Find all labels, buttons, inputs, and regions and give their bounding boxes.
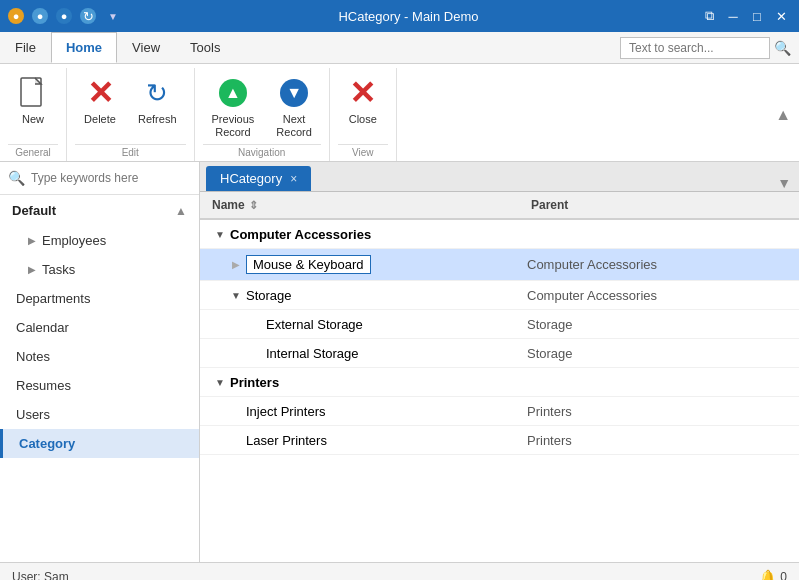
row-name[interactable]: Storage — [246, 288, 292, 303]
previous-record-icon: ▲ — [217, 77, 249, 109]
sidebar-item-tasks-label: Tasks — [42, 262, 75, 277]
maximize-button[interactable]: □ — [747, 6, 767, 26]
ribbon-view-label: View — [338, 144, 388, 161]
delete-button[interactable]: ✕ Delete — [75, 72, 125, 131]
close-window-button[interactable]: ✕ — [771, 6, 791, 26]
tab-close-button[interactable]: × — [290, 172, 297, 186]
row-parent: Printers — [527, 433, 572, 448]
row-parent-cell: Computer Accessories — [519, 282, 799, 309]
refresh-icon: ↻ — [141, 77, 173, 109]
titlebar: ● ● ● ↻ ▼ HCategory - Main Demo ⧉ ─ □ ✕ — [0, 0, 799, 32]
data-table: Name ⇕ Parent ▼ Computer Accessories — [200, 192, 799, 562]
search-input[interactable] — [620, 37, 770, 59]
sidebar-item-resumes[interactable]: Resumes — [0, 371, 199, 400]
menu-file[interactable]: File — [0, 32, 51, 63]
sidebar-item-calendar-label: Calendar — [16, 320, 69, 335]
ribbon-edit-label: Edit — [75, 144, 186, 161]
sidebar-search-input[interactable] — [31, 171, 191, 185]
sidebar-item-tasks[interactable]: ▶ Tasks — [0, 255, 199, 284]
row-name[interactable]: External Storage — [266, 317, 363, 332]
table-row[interactable]: ▶ Inject Printers Printers — [200, 397, 799, 426]
restore-button[interactable]: ⧉ — [699, 6, 719, 26]
main-area: 🔍 Default ▲ ▶ Employees ▶ Tasks Departme… — [0, 162, 799, 562]
search-icon[interactable]: 🔍 — [774, 40, 791, 56]
new-icon — [17, 77, 49, 109]
row-name[interactable]: Mouse & Keyboard — [246, 255, 371, 274]
table-row[interactable]: ▼ Printers — [200, 368, 799, 397]
next-record-icon: ▼ — [278, 77, 310, 109]
sidebar-item-category[interactable]: Category — [0, 429, 199, 458]
row-parent-cell: Printers — [519, 398, 799, 425]
row-parent-cell — [519, 376, 799, 388]
next-record-label: NextRecord — [276, 113, 311, 139]
ribbon-general-label: General — [8, 144, 58, 161]
row-name[interactable]: Computer Accessories — [230, 227, 371, 242]
row-parent-cell: Printers — [519, 427, 799, 454]
content-collapse-icon[interactable]: ▼ — [777, 175, 791, 191]
row-toggle-icon[interactable]: ▶ — [228, 257, 244, 273]
row-toggle-icon[interactable]: ▼ — [212, 374, 228, 390]
table-row[interactable]: ▶ Laser Printers Printers — [200, 426, 799, 455]
close-icon: ✕ — [347, 77, 379, 109]
sidebar-search-icon: 🔍 — [8, 170, 25, 186]
employees-expand-icon: ▶ — [28, 235, 36, 246]
menu-tools[interactable]: Tools — [175, 32, 235, 63]
sidebar-item-users[interactable]: Users — [0, 400, 199, 429]
table-row[interactable]: ▼ Computer Accessories — [200, 220, 799, 249]
row-name[interactable]: Laser Printers — [246, 433, 327, 448]
bell-icon[interactable]: 🔔 — [759, 569, 776, 580]
table-row[interactable]: ▶ External Storage Storage — [200, 310, 799, 339]
delete-label: Delete — [84, 113, 116, 126]
close-label: Close — [349, 113, 377, 126]
tab-hcategory[interactable]: HCategory × — [206, 166, 311, 191]
row-name-cell: ▼ Computer Accessories — [200, 220, 519, 248]
new-label: New — [22, 113, 44, 126]
sidebar-item-departments[interactable]: Departments — [0, 284, 199, 313]
row-name[interactable]: Internal Storage — [266, 346, 359, 361]
ribbon-collapse-button[interactable]: ▲ — [767, 68, 799, 161]
statusbar: User: Sam 🔔 0 — [0, 562, 799, 580]
statusbar-right: 🔔 0 — [759, 569, 787, 580]
menu-view[interactable]: View — [117, 32, 175, 63]
ribbon: New General ✕ Delete ↻ Refresh Edit — [0, 64, 799, 162]
row-parent: Printers — [527, 404, 572, 419]
row-name[interactable]: Inject Printers — [246, 404, 325, 419]
tab-label: HCategory — [220, 171, 282, 186]
titlebar-app-icons: ● ● ● ↻ ▼ — [8, 8, 118, 24]
sidebar-item-employees[interactable]: ▶ Employees — [0, 226, 199, 255]
close-button[interactable]: ✕ Close — [338, 72, 388, 131]
row-name-cell: ▼ Printers — [200, 368, 519, 396]
ribbon-group-view: ✕ Close View — [330, 68, 397, 161]
new-button[interactable]: New — [8, 72, 58, 131]
column-parent: Parent — [519, 192, 799, 218]
row-parent: Computer Accessories — [527, 288, 657, 303]
row-toggle-icon[interactable]: ▼ — [212, 226, 228, 242]
table-row[interactable]: ▶ Internal Storage Storage — [200, 339, 799, 368]
ribbon-nav-buttons: ▲ PreviousRecord ▼ NextRecord — [203, 68, 321, 144]
row-name-cell: ▶ Internal Storage — [200, 339, 519, 367]
row-toggle-icon[interactable]: ▼ — [228, 287, 244, 303]
table-row[interactable]: ▶ Mouse & Keyboard Computer Accessories — [200, 249, 799, 281]
row-name-cell: ▶ Mouse & Keyboard — [200, 249, 519, 280]
titlebar-dropdown-icon[interactable]: ▼ — [108, 11, 118, 22]
refresh-button[interactable]: ↻ Refresh — [129, 72, 186, 131]
titlebar-refresh-icon[interactable]: ↻ — [80, 8, 96, 24]
table-row[interactable]: ▼ Storage Computer Accessories — [200, 281, 799, 310]
sidebar-item-resumes-label: Resumes — [16, 378, 71, 393]
minimize-button[interactable]: ─ — [723, 6, 743, 26]
sidebar-search-area: 🔍 — [0, 162, 199, 195]
menu-home[interactable]: Home — [51, 32, 117, 63]
sidebar-item-calendar[interactable]: Calendar — [0, 313, 199, 342]
next-record-button[interactable]: ▼ NextRecord — [267, 72, 320, 144]
previous-record-button[interactable]: ▲ PreviousRecord — [203, 72, 264, 144]
row-parent: Storage — [527, 346, 573, 361]
row-name-cell: ▶ Inject Printers — [200, 397, 519, 425]
sidebar-item-notes[interactable]: Notes — [0, 342, 199, 371]
menubar: File Home View Tools 🔍 — [0, 32, 799, 64]
user-label: User: Sam — [12, 570, 69, 580]
row-parent-cell: Storage — [519, 340, 799, 367]
table-header: Name ⇕ Parent — [200, 192, 799, 220]
sidebar-collapse-icon[interactable]: ▲ — [175, 204, 187, 218]
column-name-sort-icon[interactable]: ⇕ — [249, 199, 258, 212]
row-name[interactable]: Printers — [230, 375, 279, 390]
